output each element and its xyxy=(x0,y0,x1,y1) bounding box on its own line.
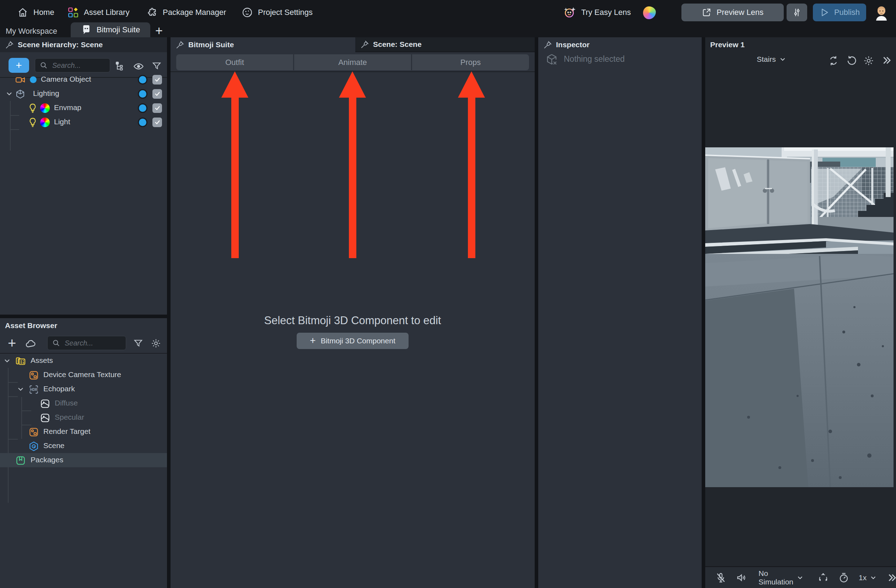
image-icon xyxy=(40,412,51,424)
speaker-icon[interactable] xyxy=(736,572,747,583)
add-object-button[interactable]: + xyxy=(9,58,29,73)
menu-asset-library[interactable]: Asset Library xyxy=(67,4,130,21)
hierarchy-row-camera[interactable]: Camera Object xyxy=(0,73,167,87)
easy-lens-smiley-icon xyxy=(564,6,576,19)
speed-dropdown[interactable]: 1x xyxy=(859,573,877,582)
preview-lens-button[interactable]: Preview Lens xyxy=(681,3,784,21)
cloud-icon[interactable] xyxy=(25,338,37,350)
add-bitmoji-component-button[interactable]: + Bitmoji 3D Component xyxy=(297,333,408,349)
suite-tabs: Outfit Animate Props xyxy=(176,54,529,70)
asset-row-render-target[interactable]: Render Target xyxy=(0,425,167,439)
preview-viewport-photo[interactable] xyxy=(705,147,893,487)
chevron-down-icon[interactable] xyxy=(5,90,14,98)
filter-icon[interactable] xyxy=(151,61,162,71)
row-label: Light xyxy=(54,117,70,126)
pair-icon[interactable] xyxy=(817,572,829,583)
inspector-header[interactable]: Inspector xyxy=(538,37,702,52)
scene-hierarchy-header[interactable]: Scene Hierarchy: Scene xyxy=(0,37,167,52)
try-easy-lens[interactable]: Try Easy Lens xyxy=(564,4,631,21)
enabled-checkbox[interactable] xyxy=(152,103,162,113)
scene-panel-tab[interactable]: Scene: Scene xyxy=(355,37,535,52)
visibility-toggle[interactable] xyxy=(138,89,148,99)
menu-project-settings[interactable]: Project Settings xyxy=(242,4,312,21)
hierarchy-row-light[interactable]: Light xyxy=(0,115,167,129)
lens-studio-window: Home Asset Library Package Manager Proje… xyxy=(0,0,896,588)
speed-label: 1x xyxy=(859,573,867,582)
asset-row-scene[interactable]: Scene xyxy=(0,439,167,453)
sync-icon[interactable] xyxy=(828,55,839,66)
preview-options-button[interactable] xyxy=(786,3,807,21)
row-label: Packages xyxy=(30,456,63,464)
gear-icon[interactable] xyxy=(863,55,874,66)
enabled-checkbox[interactable] xyxy=(152,117,162,127)
asset-row-specular[interactable]: Specular xyxy=(0,410,167,425)
lens-blob-icon[interactable] xyxy=(643,6,656,19)
preview-camera-dropdown[interactable]: Stairs xyxy=(757,55,786,64)
chevron-down-icon[interactable] xyxy=(3,357,11,365)
asset-search-input[interactable] xyxy=(64,339,122,348)
new-tab-button[interactable]: + xyxy=(155,23,163,38)
tab-props-label: Props xyxy=(460,58,481,67)
hierarchy-row-envmap[interactable]: Envmap xyxy=(0,101,167,115)
preview-bottom-bar: No Simulation 1x xyxy=(705,566,896,588)
visibility-toggle[interactable] xyxy=(138,103,148,113)
publish-label: Publish xyxy=(834,8,860,17)
hierarchy-row-lighting[interactable]: Lighting xyxy=(0,87,167,101)
tab-bitmoji-suite[interactable]: Bitmoji Suite xyxy=(71,22,150,37)
enabled-checkbox[interactable] xyxy=(152,89,162,99)
double-chevron-icon[interactable] xyxy=(881,55,892,66)
chevron-down-icon[interactable] xyxy=(16,385,25,394)
tab-my-workspace[interactable]: My Workspace xyxy=(6,27,57,36)
bitmoji-suite-panel-title: Bitmoji Suite xyxy=(188,41,234,49)
visibility-toggle[interactable] xyxy=(138,117,148,127)
asset-row-echopark[interactable]: HDR Echopark xyxy=(0,382,167,396)
mic-off-icon[interactable] xyxy=(715,572,727,583)
avatar[interactable] xyxy=(873,4,890,21)
visibility-toggle[interactable] xyxy=(138,75,148,85)
asset-row-device-camera-texture[interactable]: Device Camera Texture xyxy=(0,368,167,382)
add-asset-button[interactable]: + xyxy=(8,335,16,351)
row-label: Specular xyxy=(55,413,84,421)
row-label: Camera Object xyxy=(41,75,91,84)
publish-button[interactable]: Publish xyxy=(813,3,866,21)
color-wheel-icon xyxy=(40,103,50,113)
hierarchy-search-input[interactable] xyxy=(52,61,105,70)
menu-project-settings-label: Project Settings xyxy=(258,8,312,17)
tab-animate[interactable]: Animate xyxy=(294,54,411,70)
menu-home[interactable]: Home xyxy=(17,4,54,21)
tab-props[interactable]: Props xyxy=(412,54,529,70)
menu-home-label: Home xyxy=(34,8,54,17)
tab-outfit[interactable]: Outfit xyxy=(176,54,293,70)
simulation-dropdown[interactable]: No Simulation xyxy=(759,569,804,586)
double-chevron-icon[interactable] xyxy=(887,572,896,583)
preview-title: Preview 1 xyxy=(710,41,745,49)
menu-asset-library-label: Asset Library xyxy=(84,8,130,17)
eye-icon[interactable] xyxy=(133,61,144,72)
enabled-checkbox[interactable] xyxy=(152,75,162,85)
stopwatch-icon[interactable] xyxy=(838,572,849,583)
tab-outfit-label: Outfit xyxy=(225,58,244,67)
camera-icon xyxy=(15,74,26,85)
sliders-icon xyxy=(792,8,802,17)
asset-row-packages[interactable]: Packages xyxy=(0,453,167,467)
search-icon xyxy=(40,61,48,70)
annotation-arrow-animate xyxy=(339,71,366,98)
chevron-down-icon xyxy=(796,574,804,582)
reset-icon[interactable] xyxy=(846,55,857,66)
preview-panel: Preview 1 Stairs xyxy=(705,37,896,588)
bitmoji-ghost-icon xyxy=(81,24,91,35)
asset-browser-header[interactable]: Asset Browser xyxy=(0,318,167,333)
row-label: Assets xyxy=(30,356,53,365)
bulb-icon xyxy=(27,103,38,114)
gear-icon[interactable] xyxy=(151,338,161,349)
asset-row-assets[interactable]: Assets xyxy=(0,354,167,368)
row-label: Scene xyxy=(43,441,65,450)
row-label: Echopark xyxy=(43,384,75,393)
filter-icon[interactable] xyxy=(133,338,143,349)
asset-row-diffuse[interactable]: Diffuse xyxy=(0,396,167,410)
bitmoji-suite-panel-tab[interactable]: Bitmoji Suite xyxy=(171,37,355,52)
tab-animate-label: Animate xyxy=(338,58,367,67)
pin-icon xyxy=(5,40,14,49)
tree-structure-icon[interactable] xyxy=(114,61,125,71)
menu-package-manager[interactable]: Package Manager xyxy=(146,4,226,21)
